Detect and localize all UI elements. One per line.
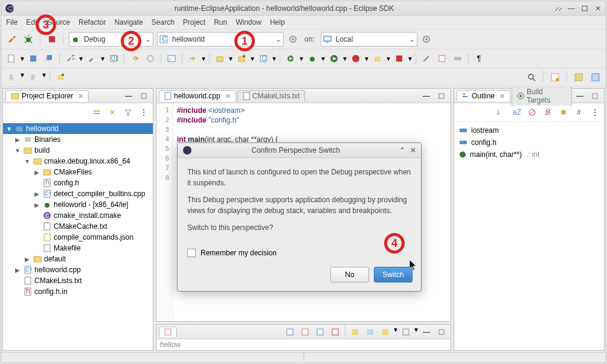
tree-item[interactable]: hconfig.h — [3, 177, 153, 188]
tree-item[interactable]: ▼cmake.debug.linux.x86_64 — [3, 156, 153, 167]
hammer-icon[interactable] — [5, 33, 18, 46]
link-editor-icon[interactable] — [106, 106, 119, 119]
dialog-close-icon[interactable]: ✕ — [410, 146, 416, 155]
tb-icon[interactable] — [379, 325, 392, 339]
tree-item[interactable]: Makefile — [3, 243, 153, 254]
close-icon[interactable]: ✕ — [78, 92, 83, 100]
tree-item[interactable]: ▼build — [3, 145, 153, 156]
checkbox[interactable] — [187, 249, 196, 257]
close-icon[interactable]: ✕ — [225, 92, 231, 100]
minimize-icon[interactable]: — — [567, 4, 576, 13]
perspective-debug-icon[interactable] — [589, 71, 602, 84]
menu-window[interactable]: Window — [236, 18, 262, 27]
tb-icon[interactable] — [364, 325, 377, 339]
tree-item[interactable]: hconfig.h.in — [3, 286, 153, 297]
new-class-icon[interactable]: C — [257, 52, 270, 65]
project-tree[interactable]: ▼ helloworld ▶Binaries ▼build ▼cmake.deb… — [3, 122, 153, 350]
coverage-icon[interactable] — [349, 52, 362, 65]
chevron-down-icon[interactable]: ▾ — [79, 54, 83, 63]
menu-source[interactable]: Source — [47, 18, 70, 27]
nav-icon-2[interactable] — [27, 71, 40, 84]
filter-icon[interactable] — [121, 106, 135, 119]
menu-edit[interactable]: Edit — [26, 18, 39, 27]
minimize-view-icon[interactable]: — — [573, 89, 586, 103]
outline-tab[interactable]: Outline ✕ — [457, 90, 510, 101]
menu-search[interactable]: Search — [152, 18, 175, 27]
nav-icon[interactable] — [5, 71, 18, 84]
maximize-icon[interactable] — [580, 4, 589, 13]
project-explorer-tab[interactable]: Project Explorer ✕ — [5, 90, 89, 101]
minimize-view-icon[interactable]: — — [420, 325, 433, 339]
pilcrow-icon[interactable]: ¶ — [472, 52, 486, 65]
outline-item[interactable]: iostream — [458, 124, 600, 136]
pencil-icon[interactable] — [420, 52, 433, 65]
search-icon[interactable] — [525, 71, 538, 84]
new-project-icon[interactable] — [213, 52, 226, 65]
tb-icon[interactable] — [298, 325, 312, 339]
tree-item[interactable]: ▶c+detect_compiler_builtins.cpp — [3, 188, 153, 199]
debug-config-icon[interactable] — [306, 52, 319, 65]
hide-inactive-icon[interactable]: # — [573, 106, 586, 119]
chevron-down-icon[interactable]: ▾ — [21, 54, 24, 63]
launch-target-combo[interactable]: Local ⌄ — [321, 32, 417, 46]
editor-tab-active[interactable]: helloworld.cpp ✕ — [159, 90, 236, 101]
wrench-icon[interactable] — [63, 52, 77, 65]
external-tools-icon[interactable] — [393, 52, 406, 65]
run-icon[interactable] — [327, 52, 341, 65]
pin-icon[interactable] — [54, 71, 67, 84]
gear-icon[interactable] — [421, 35, 432, 43]
menu-run[interactable]: Run — [214, 18, 227, 27]
switch-button[interactable]: Switch — [374, 267, 413, 283]
gear-icon[interactable] — [287, 35, 298, 43]
collapse-all-icon[interactable] — [90, 106, 103, 119]
tree-item[interactable]: ccmake_install.cmake — [3, 210, 153, 221]
menu-refactor[interactable]: Refactor — [79, 18, 106, 27]
tree-item[interactable]: compile_commands.json — [3, 232, 153, 243]
undo-icon[interactable] — [128, 52, 141, 65]
perspective-c-icon[interactable] — [572, 71, 585, 84]
tree-item[interactable]: CMakeCache.txt — [3, 221, 153, 232]
menu-navigate[interactable]: Navigate — [114, 18, 143, 27]
remember-checkbox-row[interactable]: Remember my decision — [178, 245, 421, 263]
view-menu-icon[interactable]: ⋮ — [137, 106, 150, 119]
menu-help[interactable]: Help — [270, 18, 285, 27]
terminal-icon[interactable] — [165, 52, 178, 65]
save-all-icon[interactable] — [42, 52, 56, 65]
open-perspective-icon[interactable] — [548, 71, 562, 84]
tb-icon[interactable] — [283, 325, 297, 339]
minimize-view-icon[interactable]: — — [420, 89, 433, 103]
close-icon[interactable]: ✕ — [499, 92, 505, 100]
chevron-down-icon[interactable]: ▾ — [202, 54, 205, 63]
hammer-small-icon[interactable] — [85, 52, 98, 65]
no-button[interactable]: No — [330, 267, 369, 283]
stop-icon[interactable] — [45, 33, 59, 46]
step-icon[interactable] — [186, 52, 199, 65]
outline-item[interactable]: main(int, char**): int — [458, 148, 600, 161]
launch-config-combo[interactable]: C helloworld ⌄ — [157, 32, 284, 46]
launch-mode-combo[interactable]: Debug ⌄ — [69, 32, 153, 46]
editor-tab-inactive[interactable]: CMakeLists.txt — [237, 90, 306, 101]
tree-item[interactable]: ▶c+helloworld.cpp — [3, 264, 153, 275]
run-config-icon[interactable] — [284, 52, 297, 65]
close-icon[interactable]: ✕ — [594, 4, 602, 13]
hide-static-icon[interactable]: S — [541, 106, 554, 119]
tb-icon[interactable] — [329, 325, 342, 339]
tree-root[interactable]: ▼ helloworld — [3, 123, 153, 134]
view-menu-icon[interactable]: ⋮ — [588, 106, 602, 119]
binary-icon[interactable]: 01 — [107, 52, 120, 65]
task-icon[interactable] — [435, 52, 449, 65]
sort-icon[interactable] — [494, 106, 507, 119]
bottom-tab[interactable] — [159, 327, 177, 337]
az-icon[interactable]: aZ — [510, 106, 523, 119]
toggle-icon[interactable] — [451, 52, 464, 65]
menu-project[interactable]: Project — [183, 18, 205, 27]
maximize-view-icon[interactable] — [137, 89, 150, 103]
open-type-icon[interactable] — [144, 52, 157, 65]
tree-item[interactable]: ▶CMakeFiles — [3, 167, 153, 177]
profile-icon[interactable] — [371, 52, 384, 65]
save-icon[interactable] — [27, 52, 40, 65]
outline-item[interactable]: config.h — [458, 136, 600, 148]
tb-icon[interactable] — [399, 325, 413, 339]
maximize-view-icon[interactable] — [588, 89, 602, 103]
tb-icon[interactable] — [348, 325, 362, 339]
